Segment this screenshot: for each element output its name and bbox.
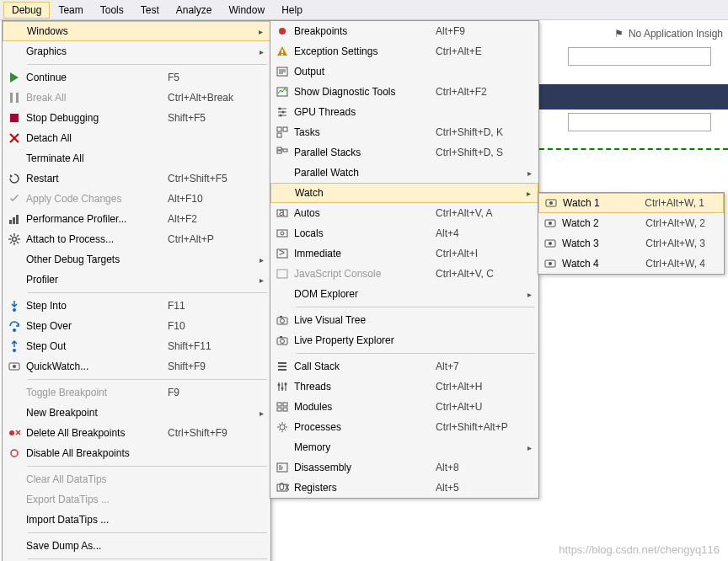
menuitem-attach-to-process[interactable]: Attach to Process...Ctrl+Alt+P: [3, 229, 270, 249]
menu-team[interactable]: Team: [50, 2, 91, 19]
menu-debug[interactable]: Debug: [3, 2, 50, 19]
menuitem-step-out[interactable]: Step OutShift+F11: [3, 336, 270, 356]
menuitem-step-over[interactable]: Step OverF10: [3, 316, 270, 336]
menuitem-graphics[interactable]: Graphics▸: [3, 41, 270, 61]
menuitem-locals[interactable]: LocalsAlt+4: [270, 223, 538, 243]
svg-point-45: [285, 383, 287, 386]
shortcut: Ctrl+Alt+V, A: [436, 207, 520, 219]
svg-text:a: a: [279, 206, 285, 218]
menuitem-disassembly[interactable]: DisassemblyAlt+8: [270, 457, 538, 478]
menuitem-label: Attach to Process...: [26, 233, 168, 245]
menu-analyze[interactable]: Analyze: [168, 2, 221, 19]
menuitem-label: GPU Threads: [294, 106, 436, 118]
menuitem-parallel-stacks[interactable]: Parallel StacksCtrl+Shift+D, S: [270, 142, 538, 163]
menuitem-label: Memory: [294, 441, 436, 453]
menuitem-label: Performance Profiler...: [26, 213, 168, 225]
menu-window[interactable]: Window: [220, 2, 273, 19]
pstack-icon: [270, 146, 294, 159]
menuitem-live-visual-tree[interactable]: Live Visual Tree: [270, 310, 538, 330]
menuitem-memory[interactable]: Memory▸: [270, 437, 538, 457]
menuitem-disable-all-breakpoints[interactable]: Disable All Breakpoints: [3, 443, 270, 463]
menuitem-profiler[interactable]: Profiler▸: [3, 270, 270, 290]
menu-tools[interactable]: Tools: [92, 2, 132, 19]
menuitem-break-all: Break AllCtrl+Alt+Break: [3, 88, 270, 108]
menu-help[interactable]: Help: [273, 2, 311, 19]
menuitem-restart[interactable]: RestartCtrl+Shift+F5: [3, 168, 270, 189]
stepout-icon: [3, 339, 26, 353]
menuitem-processes[interactable]: ProcessesCtrl+Shift+Alt+P: [270, 417, 538, 437]
shortcut: Ctrl+Alt+U: [436, 401, 520, 413]
menu-test[interactable]: Test: [132, 2, 168, 19]
menuitem-step-into[interactable]: Step IntoF11: [3, 296, 270, 316]
menuitem-label: Other Debug Targets: [26, 254, 168, 265]
shortcut: Ctrl+Shift+D, S: [436, 147, 520, 158]
shortcut: Ctrl+Shift+Alt+P: [436, 421, 520, 433]
menuitem-registers[interactable]: 0xRegistersAlt+5: [270, 478, 538, 498]
scope-dropdown[interactable]: [568, 113, 711, 131]
stop-icon: [3, 111, 26, 125]
menuitem-watch-2[interactable]: Watch 2Ctrl+Alt+W, 2: [538, 213, 724, 233]
menuitem-dom-explorer[interactable]: DOM Explorer▸: [270, 284, 538, 304]
menuitem-watch[interactable]: Watch▸: [270, 183, 538, 203]
imm-icon: >: [270, 247, 294, 260]
shortcut: Ctrl+Shift+F9: [168, 427, 252, 439]
menuitem-continue[interactable]: ContinueF5: [3, 67, 270, 88]
separator: [296, 307, 535, 307]
menuitem-quickwatch[interactable]: QuickWatch...Shift+F9: [3, 356, 270, 377]
menuitem-live-property-explorer[interactable]: Live Property Explorer: [270, 330, 538, 350]
separator-line: [539, 148, 728, 150]
menuitem-gpu-threads[interactable]: GPU Threads: [270, 102, 538, 122]
menuitem-terminate-all[interactable]: Terminate All: [3, 148, 270, 168]
menuitem-autos[interactable]: aAutosCtrl+Alt+V, A: [270, 203, 538, 223]
menuitem-modules[interactable]: ModulesCtrl+Alt+U: [270, 397, 538, 417]
watch-icon: [538, 257, 562, 270]
menuitem-exception-settings[interactable]: Exception SettingsCtrl+Alt+E: [270, 41, 538, 61]
menuitem-label: Stop Debugging: [26, 112, 168, 124]
menuitem-output[interactable]: Output: [270, 61, 538, 82]
menuitem-breakpoints[interactable]: BreakpointsAlt+F9: [270, 21, 538, 41]
menuitem-parallel-watch[interactable]: Parallel Watch▸: [270, 163, 538, 183]
menuitem-call-stack[interactable]: Call StackAlt+7: [270, 356, 538, 377]
menuitem-performance-profiler[interactable]: Performance Profiler...Alt+F2: [3, 209, 270, 229]
menuitem-windows[interactable]: Windows▸: [3, 21, 270, 41]
menuitem-label: Parallel Watch: [294, 167, 436, 179]
menuitem-immediate[interactable]: >ImmediateCtrl+Alt+I: [270, 243, 538, 264]
menuitem-apply-code-changes: Apply Code ChangesAlt+F10: [3, 189, 270, 209]
menuitem-import-datatips[interactable]: Import DataTips ...: [3, 510, 270, 530]
shortcut: Alt+8: [436, 462, 520, 473]
submenu-arrow-icon: ▸: [520, 443, 532, 452]
svg-rect-14: [281, 50, 283, 53]
insights-text: No Application Insigh: [629, 28, 723, 40]
watch-icon: [538, 216, 562, 230]
shortcut: Ctrl+Alt+Break: [168, 92, 252, 104]
menuitem-other-debug-targets[interactable]: Other Debug Targets▸: [3, 249, 270, 270]
menuitem-stop-debugging[interactable]: Stop DebuggingShift+F5: [3, 108, 270, 128]
menuitem-detach-all[interactable]: Detach All: [3, 128, 270, 148]
toolbar-dropdown[interactable]: [568, 47, 711, 66]
svg-rect-48: [277, 408, 281, 411]
menuitem-watch-4[interactable]: Watch 4Ctrl+Alt+W, 4: [538, 254, 724, 274]
menuitem-new-breakpoint[interactable]: New Breakpoint▸: [3, 403, 270, 423]
menuitem-label: Tasks: [294, 126, 436, 138]
menuitem-label: QuickWatch...: [26, 361, 168, 372]
menuitem-save-dump-as[interactable]: Save Dump As...: [3, 536, 270, 556]
menuitem-threads[interactable]: ThreadsCtrl+Alt+H: [270, 377, 538, 397]
menuitem-label: Clear All DataTips: [26, 473, 168, 485]
apply-icon: [3, 192, 26, 206]
svg-rect-42: [278, 369, 286, 371]
menuitem-label: Apply Code Changes: [26, 193, 168, 205]
menuitem-show-diagnostic-tools[interactable]: Show Diagnostic ToolsCtrl+Alt+F2: [270, 82, 538, 102]
submenu-arrow-icon: ▸: [252, 409, 264, 418]
watch-icon: [538, 237, 562, 250]
menuitem-delete-all-breakpoints[interactable]: Delete All BreakpointsCtrl+Shift+F9: [3, 423, 270, 443]
menuitem-watch-3[interactable]: Watch 3Ctrl+Alt+W, 3: [538, 233, 724, 254]
insights-hint: ⚑ No Application Insigh: [614, 28, 723, 40]
menuitem-tasks[interactable]: TasksCtrl+Shift+D, K: [270, 122, 538, 142]
menuitem-label: Watch 3: [562, 238, 645, 249]
menuitem-watch-1[interactable]: Watch 1Ctrl+Alt+W, 1: [538, 193, 724, 213]
menuitem-label: Disassembly: [294, 462, 436, 473]
loc-icon: [270, 227, 294, 240]
windows-submenu: BreakpointsAlt+F9Exception SettingsCtrl+…: [270, 20, 539, 499]
watch-submenu: Watch 1Ctrl+Alt+W, 1Watch 2Ctrl+Alt+W, 2…: [538, 192, 725, 275]
play-icon: [3, 71, 26, 84]
